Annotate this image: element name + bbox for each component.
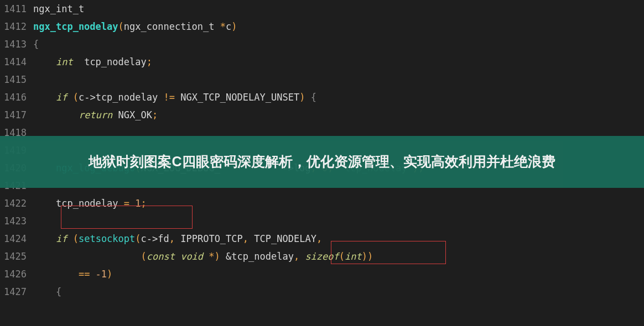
code-content: return NGX_OK;	[33, 106, 644, 124]
code-line[interactable]: 1425 (const void *) &tcp_nodelay, sizeof…	[0, 248, 644, 265]
line-number: 1416	[0, 88, 33, 106]
line-number: 1421	[0, 177, 33, 194]
code-content: (const void *) &tcp_nodelay, sizeof(int)…	[33, 248, 644, 265]
code-content	[33, 177, 644, 194]
line-number: 1413	[0, 35, 33, 53]
line-number: 1415	[0, 71, 33, 88]
code-content: {	[33, 283, 644, 301]
line-number: 1419	[0, 141, 33, 159]
code-content	[33, 124, 644, 141]
line-number: 1425	[0, 248, 33, 265]
code-content: {	[33, 35, 644, 53]
code-content: == -1)	[33, 265, 644, 283]
code-line[interactable]: 1415	[0, 71, 644, 88]
code-line[interactable]: 1417 return NGX_OK;	[0, 106, 644, 124]
line-number: 1427	[0, 283, 33, 301]
code-content: if (setsockopt(c->fd, IPPROTO_TCP, TCP_N…	[33, 230, 644, 248]
code-line[interactable]: 1413 {	[0, 35, 644, 53]
code-content: ngx_log_debug0(NGX_LOG_DEBUG_ ->log, 0, …	[33, 159, 644, 177]
line-number: 1424	[0, 230, 33, 248]
code-line[interactable]: 1416 if (c->tcp_nodelay != NGX_TCP_NODEL…	[0, 88, 644, 106]
line-number: 1411	[0, 0, 33, 18]
code-line[interactable]: 1427 {	[0, 283, 644, 301]
code-content	[33, 212, 644, 230]
line-number: 1422	[0, 194, 33, 212]
line-number: 1412	[0, 18, 33, 35]
code-editor[interactable]: 1411 ngx_int_t 1412 ngx_tcp_nodelay(ngx_…	[0, 0, 644, 301]
code-content: tcp_nodelay = 1;	[33, 194, 644, 212]
code-line[interactable]: 1420 ngx_log_debug0(NGX_LOG_DEBUG_ ->log…	[0, 159, 644, 177]
line-number: 1414	[0, 53, 33, 71]
line-number: 1420	[0, 159, 33, 177]
code-line[interactable]: 1412 ngx_tcp_nodelay(ngx_connection_t *c…	[0, 18, 644, 35]
code-content: ngx_int_t	[33, 0, 644, 18]
code-content	[33, 141, 644, 159]
line-number: 1417	[0, 106, 33, 124]
code-line[interactable]: 1419	[0, 141, 644, 159]
code-line[interactable]: 1411 ngx_int_t	[0, 0, 644, 18]
code-line[interactable]: 1422 tcp_nodelay = 1;	[0, 194, 644, 212]
code-content: ngx_tcp_nodelay(ngx_connection_t *c)	[33, 18, 644, 35]
code-line[interactable]: 1426 == -1)	[0, 265, 644, 283]
line-number: 1418	[0, 124, 33, 141]
line-number: 1423	[0, 212, 33, 230]
code-line[interactable]: 1414 int tcp_nodelay;	[0, 53, 644, 71]
code-line[interactable]: 1424 if (setsockopt(c->fd, IPPROTO_TCP, …	[0, 230, 644, 248]
line-number: 1426	[0, 265, 33, 283]
code-content	[33, 71, 644, 88]
code-line[interactable]: 1423	[0, 212, 644, 230]
code-line[interactable]: 1421	[0, 177, 644, 194]
code-line[interactable]: 1418	[0, 124, 644, 141]
code-content: if (c->tcp_nodelay != NGX_TCP_NODELAY_UN…	[33, 88, 644, 106]
code-content: int tcp_nodelay;	[33, 53, 644, 71]
